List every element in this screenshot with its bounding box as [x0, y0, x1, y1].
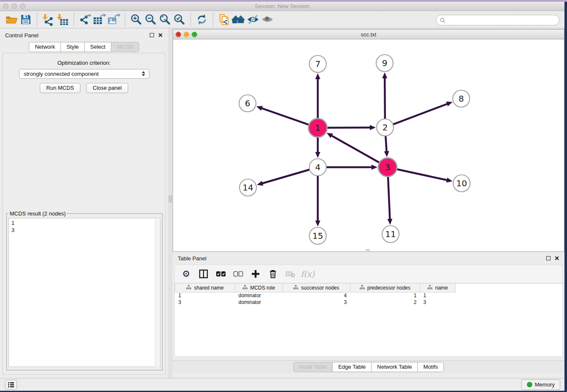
show-columns-icon[interactable] — [198, 268, 209, 279]
optimization-criterion-label: Optimization criterion: — [3, 60, 165, 66]
dropdown-chevrons-icon — [142, 71, 145, 76]
edge-3-1[interactable] — [331, 135, 380, 163]
app-title-bar: Session: New Session — [0, 2, 564, 11]
arrowhead-1-2 — [370, 125, 376, 130]
node-table[interactable]: shared nameMCDS rolesuccessor nodesprede… — [174, 283, 563, 357]
splitter-grip[interactable] — [169, 196, 172, 202]
edge-1-2[interactable] — [326, 127, 371, 128]
tab-edge-table[interactable]: Edge Table — [332, 362, 372, 372]
open-session-icon[interactable] — [4, 12, 19, 27]
mcds-result-node: 3 — [11, 226, 160, 234]
refresh-view-icon[interactable] — [195, 12, 209, 27]
zoom-out-icon[interactable] — [143, 12, 158, 27]
edge-4-14[interactable] — [262, 169, 311, 183]
tab-network-table[interactable]: Network Table — [371, 362, 418, 372]
search-field[interactable] — [436, 15, 559, 25]
column-header-shared-name[interactable]: shared name — [175, 284, 235, 292]
arrowhead-2-3 — [384, 151, 389, 157]
first-neighbors-icon[interactable] — [231, 12, 246, 27]
table-tabs: Node TableEdge TableNetwork TableMotifs — [293, 362, 444, 372]
edge-3-10[interactable] — [396, 169, 448, 180]
delete-columns-icon[interactable] — [267, 268, 278, 279]
import-network-icon[interactable] — [41, 12, 55, 27]
mcds-result-title: MCDS result (2 nodes) — [8, 210, 67, 217]
table-cell[interactable]: 3 — [283, 299, 350, 306]
network-scroll-grip[interactable] — [366, 249, 370, 251]
tab-style[interactable]: Style — [61, 42, 85, 52]
node-label-9: 9 — [382, 58, 388, 68]
network-graph-canvas[interactable]: 7968124314101511 — [173, 39, 564, 251]
show-all-icon[interactable] — [260, 12, 275, 27]
zoom-fit-content-icon[interactable] — [158, 12, 172, 27]
result-scrollbar[interactable] — [155, 219, 160, 367]
column-header-successor-nodes[interactable]: successor nodes — [283, 284, 350, 292]
search-input[interactable] — [446, 17, 551, 23]
tab-select[interactable]: Select — [84, 42, 111, 52]
arrowhead-3-11 — [387, 219, 392, 225]
export-network-icon[interactable] — [78, 12, 92, 27]
mcds-result-node: 1 — [11, 219, 160, 226]
control-panel: Control Panel ✕ NetworkStyleSelectMCDS O… — [0, 28, 168, 378]
memory-label: Memory — [535, 381, 555, 388]
zoom-in-icon[interactable] — [129, 12, 143, 27]
float-table-panel-icon[interactable] — [546, 256, 550, 260]
close-table-panel-icon[interactable]: ✕ — [554, 256, 559, 260]
table-cell[interactable]: 1 — [175, 292, 235, 299]
run-mcds-button[interactable]: Run MCDS — [40, 83, 80, 93]
task-history-button[interactable] — [5, 380, 17, 389]
table-cell[interactable]: dominator — [235, 292, 283, 299]
select-all-columns-icon[interactable] — [215, 268, 226, 279]
table-cell[interactable]: 3 — [175, 299, 235, 306]
deselect-all-columns-icon[interactable] — [233, 268, 244, 279]
close-panel-button[interactable]: Close panel — [86, 83, 128, 93]
table-cell[interactable]: 1 — [350, 292, 420, 299]
close-panel-icon[interactable]: ✕ — [158, 33, 163, 37]
copy-network-icon[interactable] — [217, 12, 231, 27]
table-settings-gear-icon[interactable]: ⚙ — [181, 268, 192, 279]
save-session-icon[interactable] — [19, 12, 33, 27]
criterion-dropdown[interactable]: strongly connected component — [19, 69, 149, 79]
node-label-6: 6 — [245, 98, 250, 108]
memory-button[interactable]: Memory — [521, 379, 560, 390]
edge-2-9[interactable] — [385, 77, 385, 120]
column-header-predecessor-nodes[interactable]: predecessor nodes — [350, 284, 420, 292]
table-cell[interactable]: 1 — [420, 292, 456, 299]
column-header-name[interactable]: name — [420, 284, 456, 292]
mcds-result-list[interactable]: 13 — [8, 218, 160, 367]
function-builder-icon[interactable]: f(x) — [302, 268, 313, 279]
table-cell[interactable]: 2 — [350, 299, 420, 306]
table-row[interactable]: 1dominator411 — [175, 292, 456, 299]
table-row[interactable]: 3dominator323 — [175, 299, 456, 306]
memory-status-icon — [527, 382, 532, 387]
sort-tree-icon — [186, 285, 191, 291]
node-label-10: 10 — [456, 178, 467, 188]
table-cell[interactable]: 4 — [283, 292, 350, 299]
tab-motifs[interactable]: Motifs — [417, 362, 444, 372]
sort-tree-icon — [360, 285, 365, 291]
control-panel-tabs: NetworkStyleSelectMCDS — [0, 42, 168, 52]
hide-selected-icon[interactable] — [246, 12, 260, 27]
export-table-icon[interactable] — [92, 12, 107, 27]
edge-2-8[interactable] — [392, 104, 448, 125]
zoom-selected-icon[interactable] — [172, 12, 187, 27]
panel-splitter[interactable] — [168, 28, 173, 378]
tab-node-table[interactable]: Node Table — [293, 362, 333, 372]
node-label-3: 3 — [385, 162, 391, 172]
table-cell[interactable]: dominator — [235, 299, 283, 306]
add-column-icon[interactable] — [250, 268, 261, 279]
tab-network[interactable]: Network — [29, 42, 61, 52]
edge-1-6[interactable] — [261, 108, 310, 125]
column-header-MCDS-role[interactable]: MCDS role — [235, 284, 283, 292]
tab-mcds[interactable]: MCDS — [111, 42, 139, 52]
edge-2-3[interactable] — [385, 135, 387, 152]
arrowhead-4-3 — [372, 165, 377, 170]
network-window-title: scc.txt — [173, 31, 564, 38]
export-image-icon[interactable] — [107, 12, 121, 27]
table-cell[interactable]: 3 — [420, 299, 456, 306]
arrowhead-1-6 — [256, 106, 263, 110]
import-table-icon[interactable] — [55, 12, 70, 27]
edge-3-11[interactable] — [388, 176, 390, 220]
delete-table-icon[interactable] — [285, 268, 296, 279]
node-label-4: 4 — [315, 162, 321, 172]
float-panel-icon[interactable] — [150, 33, 154, 37]
